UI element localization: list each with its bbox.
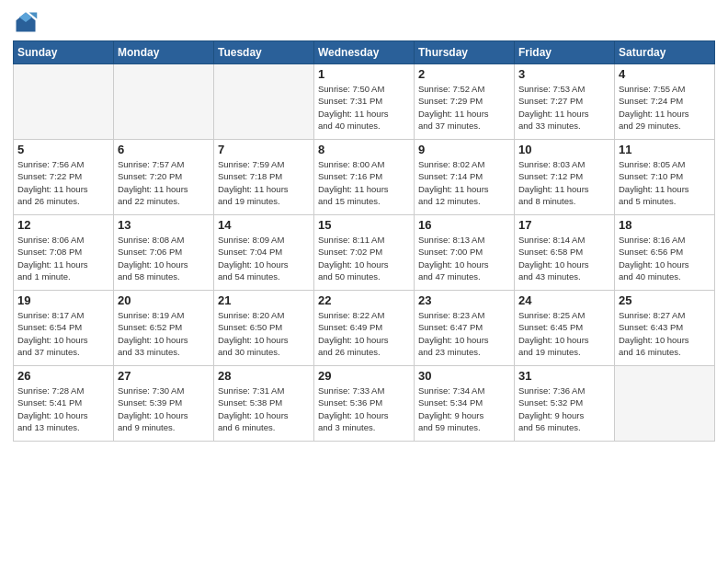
day-info: Sunrise: 7:57 AM Sunset: 7:20 PM Dayligh…: [118, 158, 210, 207]
calendar-cell: [615, 366, 715, 442]
day-info: Sunrise: 8:20 AM Sunset: 6:50 PM Dayligh…: [218, 309, 310, 358]
day-number: 16: [418, 218, 510, 232]
calendar-cell: 29Sunrise: 7:33 AM Sunset: 5:36 PM Dayli…: [314, 366, 415, 442]
calendar-cell: [14, 64, 114, 140]
day-info: Sunrise: 7:53 AM Sunset: 7:27 PM Dayligh…: [518, 83, 610, 132]
logo-icon: [13, 9, 39, 35]
day-info: Sunrise: 8:08 AM Sunset: 7:06 PM Dayligh…: [118, 234, 210, 282]
calendar-cell: 10Sunrise: 8:03 AM Sunset: 7:12 PM Dayli…: [515, 140, 615, 215]
calendar-cell: 31Sunrise: 7:36 AM Sunset: 5:32 PM Dayli…: [515, 366, 615, 442]
calendar-cell: 16Sunrise: 8:13 AM Sunset: 7:00 PM Dayli…: [415, 215, 515, 291]
week-row-2: 5Sunrise: 7:56 AM Sunset: 7:22 PM Daylig…: [14, 140, 715, 215]
calendar-cell: 9Sunrise: 8:02 AM Sunset: 7:14 PM Daylig…: [415, 140, 515, 215]
day-number: 17: [518, 218, 610, 232]
weekday-header-row: SundayMondayTuesdayWednesdayThursdayFrid…: [14, 41, 715, 64]
calendar-cell: 24Sunrise: 8:25 AM Sunset: 6:45 PM Dayli…: [515, 291, 615, 366]
day-number: 22: [318, 293, 410, 307]
week-row-1: 1Sunrise: 7:50 AM Sunset: 7:31 PM Daylig…: [14, 64, 715, 140]
day-number: 26: [17, 369, 109, 383]
calendar-cell: 17Sunrise: 8:14 AM Sunset: 6:58 PM Dayli…: [515, 215, 615, 291]
day-info: Sunrise: 7:33 AM Sunset: 5:36 PM Dayligh…: [318, 385, 410, 433]
day-info: Sunrise: 7:56 AM Sunset: 7:22 PM Dayligh…: [17, 158, 109, 207]
calendar-cell: 26Sunrise: 7:28 AM Sunset: 5:41 PM Dayli…: [14, 366, 114, 442]
day-info: Sunrise: 8:03 AM Sunset: 7:12 PM Dayligh…: [518, 158, 610, 207]
weekday-header-tuesday: Tuesday: [214, 41, 314, 64]
weekday-header-saturday: Saturday: [615, 41, 715, 64]
day-number: 18: [619, 218, 711, 232]
calendar-cell: 3Sunrise: 7:53 AM Sunset: 7:27 PM Daylig…: [515, 64, 615, 140]
weekday-header-thursday: Thursday: [415, 41, 515, 64]
day-number: 3: [518, 67, 610, 81]
day-info: Sunrise: 7:52 AM Sunset: 7:29 PM Dayligh…: [418, 83, 510, 132]
day-info: Sunrise: 7:28 AM Sunset: 5:41 PM Dayligh…: [17, 385, 109, 433]
day-info: Sunrise: 8:14 AM Sunset: 6:58 PM Dayligh…: [518, 234, 610, 282]
week-row-3: 12Sunrise: 8:06 AM Sunset: 7:08 PM Dayli…: [14, 215, 715, 291]
day-info: Sunrise: 8:11 AM Sunset: 7:02 PM Dayligh…: [318, 234, 410, 282]
calendar-cell: 2Sunrise: 7:52 AM Sunset: 7:29 PM Daylig…: [415, 64, 515, 140]
day-number: 28: [218, 369, 310, 383]
calendar-cell: 4Sunrise: 7:55 AM Sunset: 7:24 PM Daylig…: [615, 64, 715, 140]
day-info: Sunrise: 8:25 AM Sunset: 6:45 PM Dayligh…: [518, 309, 610, 358]
weekday-header-monday: Monday: [114, 41, 214, 64]
day-number: 5: [17, 143, 109, 156]
day-number: 13: [118, 218, 210, 232]
day-info: Sunrise: 8:09 AM Sunset: 7:04 PM Dayligh…: [218, 234, 310, 282]
calendar-cell: 19Sunrise: 8:17 AM Sunset: 6:54 PM Dayli…: [14, 291, 114, 366]
day-number: 14: [218, 218, 310, 232]
calendar-cell: 13Sunrise: 8:08 AM Sunset: 7:06 PM Dayli…: [114, 215, 214, 291]
calendar-cell: 28Sunrise: 7:31 AM Sunset: 5:38 PM Dayli…: [214, 366, 314, 442]
day-info: Sunrise: 8:00 AM Sunset: 7:16 PM Dayligh…: [318, 158, 410, 207]
day-number: 11: [619, 143, 711, 156]
day-info: Sunrise: 7:59 AM Sunset: 7:18 PM Dayligh…: [218, 158, 310, 207]
calendar-cell: 21Sunrise: 8:20 AM Sunset: 6:50 PM Dayli…: [214, 291, 314, 366]
day-info: Sunrise: 8:02 AM Sunset: 7:14 PM Dayligh…: [418, 158, 510, 207]
calendar-cell: 23Sunrise: 8:23 AM Sunset: 6:47 PM Dayli…: [415, 291, 515, 366]
calendar-cell: 5Sunrise: 7:56 AM Sunset: 7:22 PM Daylig…: [14, 140, 114, 215]
calendar-cell: [114, 64, 214, 140]
day-number: 25: [619, 293, 711, 307]
day-info: Sunrise: 7:30 AM Sunset: 5:39 PM Dayligh…: [118, 385, 210, 433]
week-row-5: 26Sunrise: 7:28 AM Sunset: 5:41 PM Dayli…: [14, 366, 715, 442]
day-number: 20: [118, 293, 210, 307]
day-number: 4: [619, 67, 711, 81]
day-number: 2: [418, 67, 510, 81]
calendar: SundayMondayTuesdayWednesdayThursdayFrid…: [13, 40, 715, 442]
calendar-cell: 6Sunrise: 7:57 AM Sunset: 7:20 PM Daylig…: [114, 140, 214, 215]
calendar-cell: 25Sunrise: 8:27 AM Sunset: 6:43 PM Dayli…: [615, 291, 715, 366]
logo-area: [13, 9, 42, 35]
page: SundayMondayTuesdayWednesdayThursdayFrid…: [0, 0, 728, 563]
day-info: Sunrise: 7:34 AM Sunset: 5:34 PM Dayligh…: [418, 385, 510, 433]
day-info: Sunrise: 8:05 AM Sunset: 7:10 PM Dayligh…: [619, 158, 711, 207]
day-number: 31: [518, 369, 610, 383]
calendar-cell: 15Sunrise: 8:11 AM Sunset: 7:02 PM Dayli…: [314, 215, 415, 291]
day-number: 10: [518, 143, 610, 156]
day-number: 9: [418, 143, 510, 156]
day-number: 6: [118, 143, 210, 156]
day-number: 12: [17, 218, 109, 232]
calendar-cell: 18Sunrise: 8:16 AM Sunset: 6:56 PM Dayli…: [615, 215, 715, 291]
day-info: Sunrise: 7:31 AM Sunset: 5:38 PM Dayligh…: [218, 385, 310, 433]
calendar-cell: 7Sunrise: 7:59 AM Sunset: 7:18 PM Daylig…: [214, 140, 314, 215]
day-info: Sunrise: 7:36 AM Sunset: 5:32 PM Dayligh…: [518, 385, 610, 433]
calendar-cell: 14Sunrise: 8:09 AM Sunset: 7:04 PM Dayli…: [214, 215, 314, 291]
day-info: Sunrise: 8:13 AM Sunset: 7:00 PM Dayligh…: [418, 234, 510, 282]
day-info: Sunrise: 8:06 AM Sunset: 7:08 PM Dayligh…: [17, 234, 109, 282]
day-number: 15: [318, 218, 410, 232]
day-number: 27: [118, 369, 210, 383]
day-info: Sunrise: 8:16 AM Sunset: 6:56 PM Dayligh…: [619, 234, 711, 282]
day-number: 21: [218, 293, 310, 307]
day-number: 8: [318, 143, 410, 156]
calendar-cell: 27Sunrise: 7:30 AM Sunset: 5:39 PM Dayli…: [114, 366, 214, 442]
day-number: 24: [518, 293, 610, 307]
calendar-cell: 22Sunrise: 8:22 AM Sunset: 6:49 PM Dayli…: [314, 291, 415, 366]
calendar-cell: 1Sunrise: 7:50 AM Sunset: 7:31 PM Daylig…: [314, 64, 415, 140]
day-number: 30: [418, 369, 510, 383]
day-number: 1: [318, 67, 410, 81]
weekday-header-sunday: Sunday: [14, 41, 114, 64]
calendar-cell: 12Sunrise: 8:06 AM Sunset: 7:08 PM Dayli…: [14, 215, 114, 291]
weekday-header-wednesday: Wednesday: [314, 41, 415, 64]
day-number: 29: [318, 369, 410, 383]
day-info: Sunrise: 8:22 AM Sunset: 6:49 PM Dayligh…: [318, 309, 410, 358]
day-info: Sunrise: 8:23 AM Sunset: 6:47 PM Dayligh…: [418, 309, 510, 358]
calendar-cell: 8Sunrise: 8:00 AM Sunset: 7:16 PM Daylig…: [314, 140, 415, 215]
